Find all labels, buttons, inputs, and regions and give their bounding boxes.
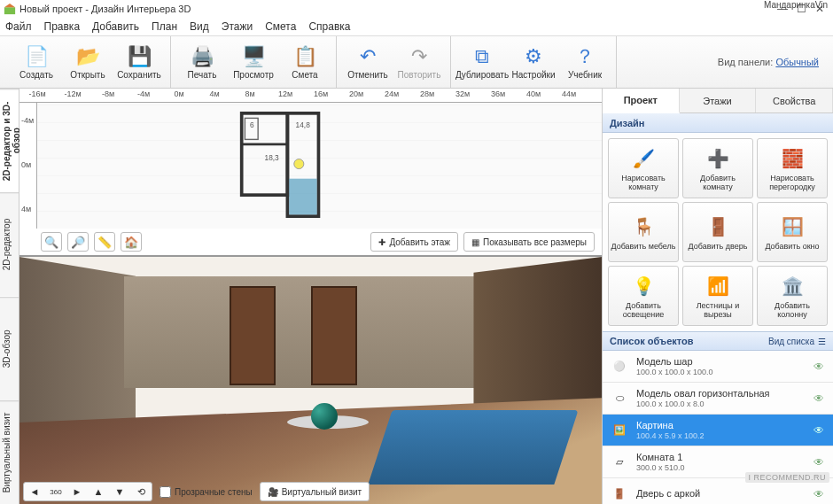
design-btn-1[interactable]: ➕Добавить комнату (682, 138, 753, 198)
window-title: Новый проект - Дизайн Интерьера 3D (19, 4, 777, 14)
object-dimensions: 300.0 x 510.0 (636, 463, 808, 473)
object-icon: ▱ (608, 451, 631, 474)
design-icon: 💡 (631, 274, 656, 299)
object-icon: ⚪ (608, 355, 631, 378)
visibility-icon[interactable]: 👁 (814, 361, 828, 373)
redo-icon: ↷ (408, 45, 431, 68)
menu-view[interactable]: Вид (190, 20, 209, 33)
vtab-virtual[interactable]: Виртуальный визит (0, 400, 19, 504)
nav-up-button[interactable]: ▲ (89, 484, 108, 500)
design-label: Добавить колонну (759, 301, 825, 319)
objects-view-mode[interactable]: Вид списка ☰ (768, 337, 826, 346)
duplicate-button[interactable]: ⧉Дублировать (456, 39, 508, 85)
save-button[interactable]: 💾Сохранить (113, 39, 165, 85)
design-btn-5[interactable]: 🪟Добавить окно (757, 202, 828, 262)
object-name: Дверь с аркой (636, 488, 808, 500)
design-label: Нарисовать комнату (611, 174, 676, 191)
nav-360-button[interactable]: 360 (46, 484, 66, 500)
menubar: Файл Правка Добавить План Вид Этажи Смет… (0, 18, 833, 35)
nav-rotate-button[interactable]: ⟲ (131, 484, 151, 500)
design-btn-4[interactable]: 🚪Добавить дверь (682, 202, 753, 262)
nav-right-button[interactable]: ► (67, 484, 87, 500)
nav-down-button[interactable]: ▼ (110, 484, 129, 500)
panel-mode-link[interactable]: Обычный (775, 57, 819, 67)
help-icon: ？ (573, 45, 596, 68)
add-floor-button[interactable]: ✚Добавить этаж (370, 232, 458, 252)
design-btn-0[interactable]: 🖌️Нарисовать комнату (608, 138, 679, 198)
nav-left-button[interactable]: ◄ (25, 484, 44, 500)
design-icon: 🏛️ (780, 274, 805, 299)
menu-help[interactable]: Справка (308, 20, 350, 33)
visibility-icon[interactable]: 👁 (814, 392, 828, 405)
list-icon: ☰ (818, 337, 826, 346)
vtab-2d[interactable]: 2D-редактор (0, 192, 19, 296)
left-tabs: 2D-редактор и 3D-обзор 2D-редактор 3D-об… (0, 89, 19, 504)
menu-plan[interactable]: План (152, 20, 177, 33)
object-dimensions: 100.4 x 5.9 x 100.2 (636, 431, 808, 441)
zoom-out-button[interactable]: 🔍 (41, 232, 62, 252)
design-btn-7[interactable]: 📶Лестницы и вырезы (682, 266, 753, 326)
ruler-button[interactable]: 📏 (94, 232, 115, 252)
objects-header: Список объектов (610, 336, 693, 346)
design-icon: 🧱 (780, 146, 805, 171)
tab-project[interactable]: Проект (603, 89, 680, 113)
room-3d-render (19, 257, 602, 504)
undo-button[interactable]: ↶Отменить (342, 39, 393, 85)
object-item[interactable]: ⚪Модель шар100.0 x 100.0 x 100.0👁 (603, 351, 833, 383)
menu-floors[interactable]: Этажи (222, 20, 253, 33)
object-dimensions: 100.0 x 100.0 x 8.0 (636, 399, 808, 409)
plan-canvas[interactable]: 6 18,3 14,8 (37, 103, 602, 229)
menu-file[interactable]: Файл (5, 20, 32, 33)
toolbar: 📄Создать 📂Открыть 💾Сохранить 🖨️Печать 🖥️… (0, 35, 833, 89)
design-label: Добавить окно (765, 242, 819, 251)
dimensions-icon: ▦ (471, 237, 479, 247)
tutorial-button[interactable]: ？Учебник (559, 39, 611, 85)
svg-text:6: 6 (250, 120, 254, 129)
preview-button[interactable]: 🖥️Просмотр (228, 39, 279, 85)
home-icon: 🏠 (124, 236, 138, 249)
duplicate-icon: ⧉ (471, 45, 494, 68)
vtab-2d-3d[interactable]: 2D-редактор и 3D-обзор (0, 89, 19, 192)
home-button[interactable]: 🏠 (121, 232, 142, 252)
menu-edit[interactable]: Правка (44, 20, 81, 33)
view-3d[interactable]: ◄ 360 ► ▲ ▼ ⟲ Прозрачные стены 🎥Виртуаль… (19, 257, 602, 504)
floorplan[interactable]: 6 18,3 14,8 (237, 112, 325, 218)
vtab-3d[interactable]: 3D-обзор (0, 297, 19, 400)
create-button[interactable]: 📄Создать (11, 39, 62, 85)
print-button[interactable]: 🖨️Печать (176, 39, 228, 85)
design-btn-3[interactable]: 🪑Добавить мебель (608, 202, 679, 262)
design-btn-8[interactable]: 🏛️Добавить колонну (757, 266, 828, 326)
design-btn-2[interactable]: 🧱Нарисовать перегородку (757, 138, 828, 198)
settings-button[interactable]: ⚙Настройки (508, 39, 559, 85)
zoom-in-button[interactable]: 🔎 (67, 232, 89, 252)
design-icon: 🪟 (780, 214, 805, 239)
design-btn-6[interactable]: 💡Добавить освещение (608, 266, 679, 326)
object-item[interactable]: ⬭Модель овал горизонтальная100.0 x 100.0… (603, 383, 833, 415)
ruler-vertical: -4м0м4м (19, 103, 37, 229)
object-icon: ⬭ (608, 387, 631, 410)
visibility-icon[interactable]: 👁 (814, 424, 828, 437)
visibility-icon[interactable]: 👁 (814, 456, 828, 469)
new-file-icon: 📄 (25, 45, 48, 68)
visibility-icon[interactable]: 👁 (814, 488, 828, 500)
gear-icon: ⚙ (522, 45, 545, 68)
menu-add[interactable]: Добавить (92, 20, 139, 33)
right-panel: Проект Этажи Свойства Дизайн 🖌️Нарисоват… (603, 89, 833, 504)
show-dimensions-button[interactable]: ▦Показывать все размеры (463, 232, 595, 252)
tab-properties[interactable]: Свойства (756, 89, 833, 112)
menu-estimate[interactable]: Смета (265, 20, 296, 33)
object-item[interactable]: 🖼️Картина100.4 x 5.9 x 100.2👁 (603, 415, 833, 446)
design-icon: 📶 (705, 274, 730, 299)
tab-floors[interactable]: Этажи (680, 89, 757, 112)
save-icon: 💾 (128, 45, 151, 68)
object-icon: 🖼️ (608, 419, 631, 442)
view-2d[interactable]: -16м-12м-8м-4м0м4м8м12м16м20м24м28м32м36… (19, 89, 602, 257)
virtual-visit-button[interactable]: 🎥Виртуальный визит (260, 482, 370, 501)
redo-button[interactable]: ↷Повторить (393, 39, 445, 85)
zoom-in-icon: 🔎 (71, 236, 85, 249)
transparent-walls-checkbox[interactable]: Прозрачные стены (160, 486, 253, 498)
object-name: Комната 1 (636, 452, 808, 463)
design-label: Нарисовать перегородку (759, 174, 825, 191)
estimate-button[interactable]: 📋Смета (279, 39, 331, 85)
open-button[interactable]: 📂Открыть (62, 39, 113, 85)
